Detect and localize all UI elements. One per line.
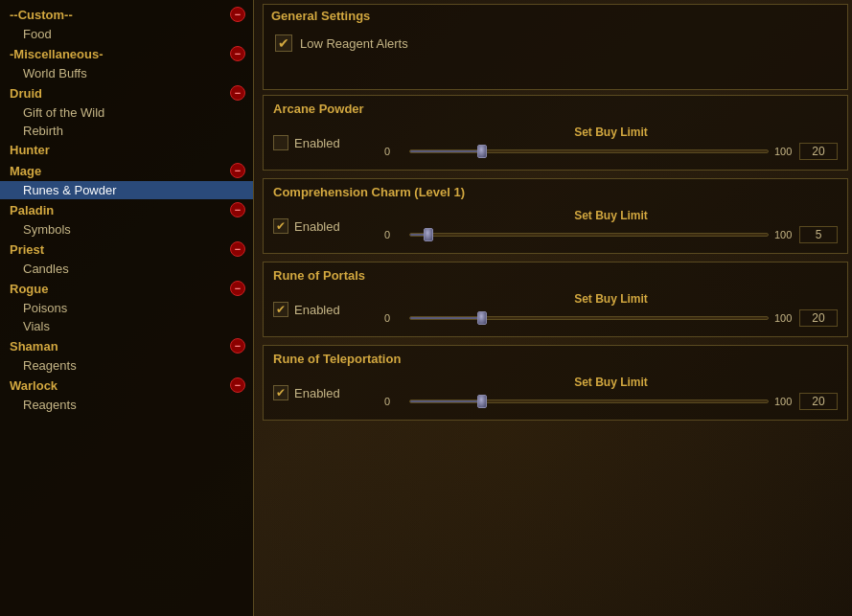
sidebar-item-vials[interactable]: Vials xyxy=(0,317,253,335)
sidebar-section-rogue-label: Rogue xyxy=(10,282,48,296)
item-card-comprehension-charm-title: Comprehension Charm (Level 1) xyxy=(264,179,847,203)
rune-of-teleportation-slider-track[interactable] xyxy=(409,399,769,403)
sidebar-item-runes-powder[interactable]: Runes & Powder xyxy=(0,181,253,199)
arcane-powder-enabled-label: Enabled xyxy=(294,136,340,150)
arcane-powder-slider-group: Set Buy Limit 0 100 20 xyxy=(384,125,838,160)
comprehension-charm-buy-limit-label: Set Buy Limit xyxy=(574,209,648,222)
item-card-rune-of-teleportation-body: ✔ Enabled Set Buy Limit 0 100 20 xyxy=(264,370,847,420)
low-reagent-alerts-label: Low Reagent Alerts xyxy=(300,36,408,51)
sidebar-item-food[interactable]: Food xyxy=(0,25,253,43)
rune-of-portals-buy-limit-label: Set Buy Limit xyxy=(574,292,648,306)
comprehension-charm-checkbox[interactable]: ✔ xyxy=(273,218,288,234)
rune-of-teleportation-enabled-label: Enabled xyxy=(294,386,340,400)
rune-of-portals-slider-thumb[interactable] xyxy=(477,311,487,325)
general-settings-panel: General Settings ✔ Low Reagent Alerts xyxy=(263,4,848,90)
rune-of-portals-slider-fill xyxy=(410,317,482,319)
arcane-powder-slider-max: 100 xyxy=(774,146,794,157)
general-settings-content: ✔ Low Reagent Alerts xyxy=(264,27,847,59)
rune-of-teleportation-checkbox[interactable]: ✔ xyxy=(273,385,288,400)
sidebar-item-world-buffs[interactable]: World Buffs xyxy=(0,64,253,82)
item-card-rune-of-teleportation-title: Rune of Teleportation xyxy=(264,346,847,370)
sidebar-section-misc-collapse[interactable]: − xyxy=(230,46,245,61)
rune-of-portals-enabled-group: ✔ Enabled xyxy=(273,302,369,317)
sidebar-section-rogue[interactable]: Rogue − xyxy=(0,278,253,299)
item-card-rune-of-portals-body: ✔ Enabled Set Buy Limit 0 100 20 xyxy=(264,286,847,336)
sidebar-section-priest-collapse[interactable]: − xyxy=(230,241,245,257)
comprehension-charm-enabled-label: Enabled xyxy=(294,219,340,234)
sidebar-section-paladin-collapse[interactable]: − xyxy=(230,202,245,217)
arcane-powder-buy-limit-label: Set Buy Limit xyxy=(574,125,648,139)
arcane-powder-slider-value[interactable]: 20 xyxy=(799,143,838,160)
comprehension-charm-slider-max: 100 xyxy=(774,229,794,240)
rune-of-portals-slider-value[interactable]: 20 xyxy=(799,309,838,327)
content-area: Arcane Powder Enabled Set Buy Limit 0 10… xyxy=(259,91,852,616)
sidebar-section-rogue-collapse[interactable]: − xyxy=(230,281,245,296)
rune-of-teleportation-slider-row: 0 100 20 xyxy=(384,393,838,410)
arcane-powder-slider-track[interactable] xyxy=(409,149,769,153)
low-reagent-alerts-checkbox[interactable]: ✔ xyxy=(275,34,292,52)
rune-of-portals-enabled-label: Enabled xyxy=(294,303,340,317)
sidebar-section-priest-label: Priest xyxy=(10,242,44,257)
arcane-powder-slider-thumb[interactable] xyxy=(477,145,487,158)
rune-of-teleportation-slider-value[interactable]: 20 xyxy=(799,393,838,410)
rune-of-portals-slider-max: 100 xyxy=(774,312,794,324)
sidebar-section-mage-collapse[interactable]: − xyxy=(230,163,245,178)
item-card-arcane-powder-title: Arcane Powder xyxy=(264,96,847,120)
rune-of-portals-slider-min: 0 xyxy=(384,312,403,324)
sidebar-section-priest[interactable]: Priest − xyxy=(0,239,253,260)
comprehension-charm-slider-group: Set Buy Limit 0 100 5 xyxy=(384,209,838,243)
sidebar-section-warlock[interactable]: Warlock − xyxy=(0,375,253,396)
sidebar-section-custom[interactable]: --Custom-- − xyxy=(0,4,253,25)
sidebar-section-warlock-label: Warlock xyxy=(10,378,58,393)
sidebar-section-druid-collapse[interactable]: − xyxy=(230,85,245,101)
sidebar-section-shaman-collapse[interactable]: − xyxy=(230,338,245,354)
rune-of-portals-slider-track[interactable] xyxy=(409,316,769,320)
item-card-rune-of-portals-title: Rune of Portals xyxy=(264,262,847,286)
item-card-arcane-powder-body: Enabled Set Buy Limit 0 100 20 xyxy=(264,120,847,170)
sidebar-item-poisons[interactable]: Poisons xyxy=(0,299,253,317)
sidebar-section-hunter[interactable]: Hunter xyxy=(0,140,253,160)
arcane-powder-checkbox[interactable] xyxy=(273,135,288,150)
comprehension-charm-slider-value[interactable]: 5 xyxy=(799,226,838,243)
sidebar-section-druid[interactable]: Druid − xyxy=(0,82,253,103)
rune-of-teleportation-slider-fill xyxy=(410,400,482,402)
sidebar-section-mage-label: Mage xyxy=(10,164,41,178)
comprehension-charm-slider-thumb[interactable] xyxy=(424,228,433,241)
item-card-arcane-powder: Arcane Powder Enabled Set Buy Limit 0 10… xyxy=(263,95,848,171)
sidebar-section-paladin[interactable]: Paladin − xyxy=(0,199,253,220)
rune-of-teleportation-buy-limit-label: Set Buy Limit xyxy=(574,376,648,389)
sidebar-section-warlock-collapse[interactable]: − xyxy=(230,377,245,393)
rune-of-teleportation-enabled-group: ✔ Enabled xyxy=(273,385,369,400)
general-settings-title: General Settings xyxy=(264,5,847,27)
comprehension-charm-slider-track[interactable] xyxy=(409,233,769,237)
rune-of-teleportation-slider-min: 0 xyxy=(384,396,403,407)
rune-of-portals-slider-row: 0 100 20 xyxy=(384,309,838,327)
comprehension-charm-slider-row: 0 100 5 xyxy=(384,226,838,243)
sidebar-item-reagents-shaman[interactable]: Reagents xyxy=(0,356,253,375)
item-card-rune-of-portals: Rune of Portals ✔ Enabled Set Buy Limit … xyxy=(263,262,848,337)
sidebar-section-paladin-label: Paladin xyxy=(10,203,54,217)
sidebar-item-gift-of-the-wild[interactable]: Gift of the Wild xyxy=(0,103,253,122)
sidebar-section-mage[interactable]: Mage − xyxy=(0,160,253,181)
arcane-powder-slider-min: 0 xyxy=(384,146,403,157)
low-reagent-alerts-row: ✔ Low Reagent Alerts xyxy=(275,34,836,52)
rune-of-teleportation-slider-group: Set Buy Limit 0 100 20 xyxy=(384,376,838,410)
rune-of-teleportation-slider-max: 100 xyxy=(774,396,794,407)
rune-of-portals-slider-group: Set Buy Limit 0 100 20 xyxy=(384,292,838,327)
rune-of-teleportation-slider-thumb[interactable] xyxy=(477,395,487,408)
sidebar-section-custom-collapse[interactable]: − xyxy=(230,7,245,22)
sidebar-item-candles[interactable]: Candles xyxy=(0,260,253,278)
sidebar-section-shaman[interactable]: Shaman − xyxy=(0,335,253,356)
sidebar-section-misc-label: -Miscellaneous- xyxy=(10,47,104,61)
rune-of-portals-checkbox[interactable]: ✔ xyxy=(273,302,288,317)
sidebar-item-reagents-warlock[interactable]: Reagents xyxy=(0,396,253,414)
sidebar-item-symbols[interactable]: Symbols xyxy=(0,220,253,239)
item-card-comprehension-charm: Comprehension Charm (Level 1) ✔ Enabled … xyxy=(263,178,848,254)
sidebar-section-custom-label: --Custom-- xyxy=(10,8,73,22)
sidebar: --Custom-- − Food -Miscellaneous- − Worl… xyxy=(0,0,254,616)
arcane-powder-slider-row: 0 100 20 xyxy=(384,143,838,160)
sidebar-item-rebirth[interactable]: Rebirth xyxy=(0,122,253,140)
item-card-rune-of-teleportation: Rune of Teleportation ✔ Enabled Set Buy … xyxy=(263,345,848,421)
sidebar-section-misc[interactable]: -Miscellaneous- − xyxy=(0,43,253,64)
sidebar-section-druid-label: Druid xyxy=(10,86,42,101)
